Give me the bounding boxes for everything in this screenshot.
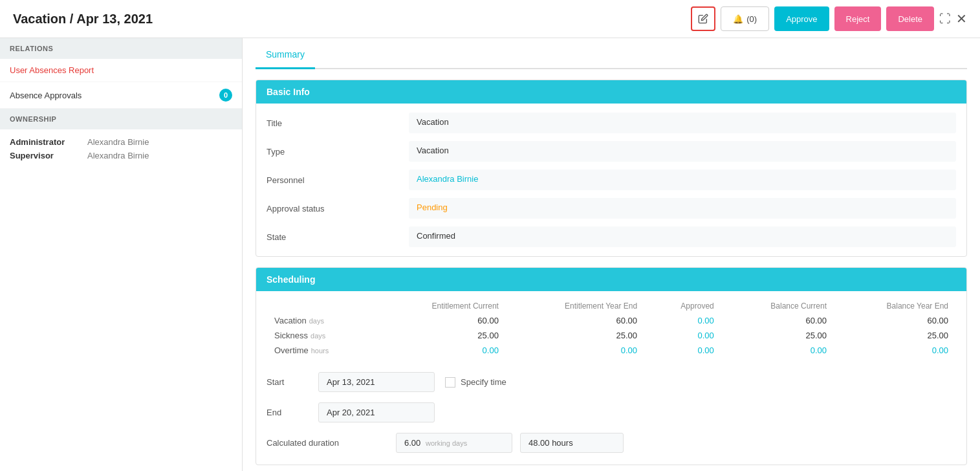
activity-bell-icon: 🔔 [733, 14, 743, 24]
row-label-overtime: Overtime hours [267, 343, 376, 358]
end-label: End [267, 408, 318, 417]
field-state-value: Confirmed [409, 226, 956, 247]
row-label-vacation: Vacation days [267, 313, 376, 328]
col-header-balance-year-end: Balance Year End [834, 299, 956, 313]
end-input[interactable]: Apr 20, 2021 [318, 402, 435, 422]
sickness-entitlement-year-end: 25.00 [506, 328, 645, 343]
specify-time-label: Specify time [461, 377, 506, 387]
field-state-row: State Confirmed [256, 223, 966, 251]
start-row: Start Apr 13, 2021 Specify time [267, 368, 956, 396]
reject-button[interactable]: Reject [834, 6, 882, 31]
duration-days-value: 6.00 working days [396, 433, 512, 453]
duration-row: Calculated duration 6.00 working days 48… [267, 429, 956, 457]
field-approval-value: Pending [409, 198, 956, 219]
ownership-grid: Administrator Alexandra Birnie Superviso… [0, 129, 242, 168]
overtime-entitlement-year-end: 0.00 [506, 343, 645, 358]
delete-button[interactable]: Delete [886, 6, 934, 31]
col-header-empty [267, 299, 376, 313]
ownership-section-title: OWNERSHIP [0, 109, 242, 129]
user-absences-label: User Absences Report [10, 65, 94, 75]
table-row: Vacation days 60.00 60.00 0.00 60.00 60.… [267, 313, 956, 328]
scheduling-body: Entitlement Current Entitlement Year End… [256, 291, 966, 465]
field-type-label: Type [267, 147, 409, 157]
supervisor-value: Alexandra Birnie [87, 151, 232, 160]
field-approval-label: Approval status [267, 204, 409, 214]
schedule-table: Entitlement Current Entitlement Year End… [267, 299, 956, 358]
basic-info-section: Basic Info Title Vacation Type Vacation … [256, 80, 967, 257]
activity-button[interactable]: 🔔 (0) [721, 6, 769, 31]
end-row: End Apr 20, 2021 [267, 399, 956, 426]
supervisor-label: Supervisor [10, 151, 87, 160]
absence-approvals-label: Absence Approvals [10, 91, 82, 100]
page-title: Vacation / Apr 13, 2021 [13, 12, 153, 27]
field-personnel-value[interactable]: Alexandra Birnie [409, 170, 956, 190]
col-header-approved: Approved [645, 299, 722, 313]
field-title-value: Vacation [409, 113, 956, 133]
action-buttons: 🔔 (0) Approve Reject Delete ⛶ ✕ [691, 6, 967, 31]
field-title-row: Title Vacation [256, 109, 966, 137]
sickness-balance-year-end: 25.00 [834, 328, 956, 343]
sickness-balance-current: 25.00 [722, 328, 834, 343]
field-type-value: Vacation [409, 141, 956, 162]
start-input[interactable]: Apr 13, 2021 [318, 372, 435, 392]
sidebar: RELATIONS User Absences Report Absence A… [0, 38, 243, 471]
col-header-entitlement-year-end: Entitlement Year End [506, 299, 645, 313]
table-row: Sickness days 25.00 25.00 0.00 25.00 25.… [267, 328, 956, 343]
field-personnel-row: Personnel Alexandra Birnie [256, 166, 966, 194]
content-area: Summary Basic Info Title Vacation Type V… [243, 38, 980, 471]
overtime-approved: 0.00 [645, 343, 722, 358]
scheduling-section: Scheduling Entitlement Current Entitleme… [256, 267, 967, 465]
vacation-entitlement-current: 60.00 [376, 313, 506, 328]
basic-info-header: Basic Info [256, 80, 966, 104]
basic-info-body: Title Vacation Type Vacation Personnel A… [256, 104, 966, 256]
overtime-balance-current: 0.00 [722, 343, 834, 358]
vacation-balance-current: 60.00 [722, 313, 834, 328]
admin-label: Administrator [10, 137, 87, 147]
close-button[interactable]: ✕ [956, 11, 967, 27]
fullscreen-button[interactable]: ⛶ [939, 12, 951, 26]
field-state-label: State [267, 232, 409, 242]
top-bar: Vacation / Apr 13, 2021 🔔 (0) Approve Re… [0, 0, 980, 38]
activity-count: (0) [746, 14, 757, 24]
overtime-entitlement-current: 0.00 [376, 343, 506, 358]
sickness-approved: 0.00 [645, 328, 722, 343]
edit-button[interactable] [691, 6, 715, 31]
field-title-label: Title [267, 118, 409, 128]
table-row: Overtime hours 0.00 0.00 0.00 0.00 0.00 [267, 343, 956, 358]
tab-summary[interactable]: Summary [256, 41, 315, 69]
edit-icon [698, 14, 708, 24]
sidebar-item-user-absences[interactable]: User Absences Report [0, 59, 242, 82]
duration-hours-value: 48.00 hours [520, 433, 624, 453]
col-header-entitlement-current: Entitlement Current [376, 299, 506, 313]
field-type-row: Type Vacation [256, 137, 966, 166]
vacation-entitlement-year-end: 60.00 [506, 313, 645, 328]
relations-section-title: RELATIONS [0, 38, 242, 59]
specify-time-checkbox[interactable] [445, 377, 455, 388]
vacation-approved: 0.00 [645, 313, 722, 328]
overtime-balance-year-end: 0.00 [834, 343, 956, 358]
main-content: RELATIONS User Absences Report Absence A… [0, 38, 980, 471]
row-label-sickness: Sickness days [267, 328, 376, 343]
vacation-balance-year-end: 60.00 [834, 313, 956, 328]
duration-label: Calculated duration [267, 438, 396, 448]
absence-approvals-badge: 0 [219, 89, 232, 102]
sidebar-item-absence-approvals[interactable]: Absence Approvals 0 [0, 82, 242, 109]
field-approval-row: Approval status Pending [256, 194, 966, 223]
field-personnel-label: Personnel [267, 175, 409, 185]
sickness-entitlement-current: 25.00 [376, 328, 506, 343]
start-label: Start [267, 377, 318, 387]
tabs: Summary [256, 38, 967, 69]
admin-value: Alexandra Birnie [87, 137, 232, 147]
col-header-balance-current: Balance Current [722, 299, 834, 313]
specify-time-wrapper: Specify time [445, 377, 506, 388]
approve-button[interactable]: Approve [774, 6, 829, 31]
scheduling-header: Scheduling [256, 268, 966, 291]
